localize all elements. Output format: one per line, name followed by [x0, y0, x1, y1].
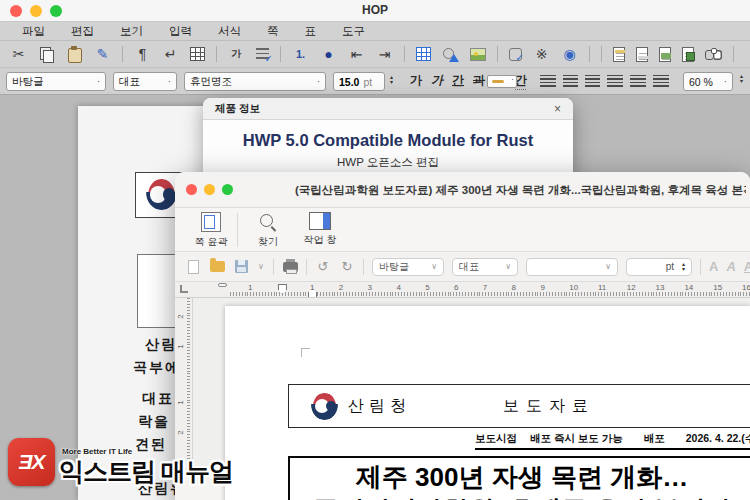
doc-chart-icon[interactable] — [682, 47, 694, 62]
dialog-close-icon[interactable]: × — [554, 102, 561, 116]
menu-item-파일[interactable]: 파일 — [22, 24, 45, 39]
font-size-stepper[interactable]: ▴▾ — [390, 75, 393, 84]
mini-size-field[interactable]: pt ▴▾ — [626, 258, 692, 276]
margin-crop-mark — [301, 348, 310, 357]
strikethrough-button[interactable]: 과 — [473, 72, 485, 90]
format-painter-icon[interactable]: ✎ — [94, 46, 111, 63]
redo-icon[interactable]: ↻ — [339, 259, 355, 275]
zoom-stepper[interactable]: ▴▾ — [740, 74, 743, 84]
menu-item-도구[interactable]: 도구 — [342, 24, 365, 39]
menu-item-편집[interactable]: 편집 — [71, 24, 94, 39]
line-spacing-icon[interactable] — [630, 75, 646, 87]
ruler-number: 9 — [540, 283, 544, 292]
ruler-number: 6 — [454, 283, 458, 292]
separator — [306, 259, 307, 275]
minimize-button[interactable] — [204, 184, 215, 195]
page-outline-button[interactable]: 쪽 윤곽 — [185, 212, 237, 249]
separator — [363, 259, 364, 275]
menu-item-서식[interactable]: 서식 — [218, 24, 241, 39]
font-size-value: 15.0 — [339, 76, 359, 88]
mini-size-stepper[interactable]: ▴▾ — [682, 262, 685, 271]
doc-lines-icon[interactable] — [636, 47, 648, 62]
toolbar-separator — [733, 46, 734, 62]
doc-green-icon[interactable] — [659, 47, 671, 62]
open-folder-icon[interactable] — [209, 259, 225, 275]
task-pane-button[interactable]: 작업 창 — [294, 212, 346, 247]
menu-item-표[interactable]: 표 — [305, 24, 317, 39]
page-outline-button-label: 쪽 윤곽 — [195, 235, 228, 249]
indent-icon[interactable]: ⇥ — [376, 46, 393, 63]
paragraph-mark-icon[interactable]: ¶ — [134, 46, 151, 63]
numbering-icon[interactable]: 1. — [292, 46, 309, 63]
hyperlink-icon[interactable]: ◉ — [561, 46, 578, 63]
font-combo[interactable]: 휴먼명조· — [184, 72, 326, 91]
mini-style-combo[interactable]: 바탕글∨ — [372, 258, 444, 276]
bold-icon[interactable]: A — [709, 259, 718, 274]
italic-icon[interactable]: A — [726, 259, 735, 274]
save-icon[interactable] — [233, 259, 249, 275]
save-caret-icon[interactable]: ∨ — [257, 259, 265, 275]
mini-size-unit: pt — [666, 261, 674, 272]
reference-mark-icon[interactable]: ※ — [533, 46, 550, 63]
document-page[interactable]: 산림청 보도자료 보도시점 배포 즉시 보도 가능 배포 2026. 4. 22… — [225, 306, 750, 500]
shapes-icon[interactable] — [442, 46, 459, 63]
ruler-number: 15 — [713, 283, 722, 292]
ruler-number: 5 — [425, 283, 429, 292]
toolbar-separator — [280, 46, 281, 62]
close-button[interactable] — [186, 184, 197, 195]
headline-box: 제주 300년 자생 목련 개화… 국립산림과학원, 후계목 육성 본격화 — [288, 456, 750, 500]
find-replace-icon[interactable] — [705, 46, 722, 63]
main-titlebar: HOP — [0, 0, 750, 22]
find-button-icon — [258, 212, 278, 232]
cut-icon[interactable]: ✂ — [10, 46, 27, 63]
undo-icon[interactable]: ↺ — [315, 259, 331, 275]
menu-item-보기[interactable]: 보기 — [120, 24, 143, 39]
italic-button[interactable]: 가 — [431, 72, 443, 90]
mini-shape-combo[interactable]: 대표∨ — [452, 258, 518, 276]
new-document-icon[interactable] — [185, 259, 201, 275]
align-left-icon[interactable] — [540, 75, 556, 87]
copy-icon[interactable] — [38, 46, 55, 63]
print-icon[interactable] — [282, 259, 298, 275]
menu-item-쪽[interactable]: 쪽 — [267, 24, 279, 39]
zoom-combo[interactable]: 60 %· — [683, 72, 733, 91]
mini-font-combo[interactable]: ∨ — [526, 258, 618, 276]
zoom-value: 60 % — [689, 76, 713, 88]
grid-icon[interactable] — [190, 47, 205, 61]
distribute-icon[interactable] — [653, 75, 669, 87]
mini-style-value: 바탕글 — [379, 260, 409, 274]
task-pane-button-icon — [309, 212, 331, 230]
outdent-icon[interactable]: ⇤ — [348, 46, 365, 63]
app-title: HOP — [0, 3, 750, 17]
char-map-doc-icon[interactable] — [613, 47, 625, 62]
menu-item-입력[interactable]: 입력 — [169, 24, 192, 39]
ruler-number: 13 — [656, 283, 665, 292]
paste-icon[interactable] — [66, 46, 83, 63]
separator — [700, 259, 701, 275]
style-combo[interactable]: 바탕글· — [6, 72, 106, 91]
image-icon[interactable] — [470, 48, 486, 61]
underline-button[interactable]: 간 — [452, 72, 464, 90]
zoom-button[interactable] — [222, 184, 233, 195]
font-color-picker[interactable] — [487, 75, 517, 88]
align-center-icon[interactable] — [563, 75, 578, 87]
underline-icon[interactable]: A — [744, 259, 750, 274]
shape-combo[interactable]: 대표· — [113, 72, 177, 91]
ruler-number: 16 — [742, 283, 750, 292]
line-break-icon[interactable]: ↵ — [162, 46, 179, 63]
find-button[interactable]: 찾기 — [242, 212, 294, 249]
bullet-icon[interactable]: ● — [320, 46, 337, 63]
ruler-tab-marker[interactable] — [218, 283, 227, 287]
shape-check-icon[interactable] — [509, 48, 522, 61]
bold-button[interactable]: 가 — [410, 72, 422, 90]
align-right-icon[interactable] — [585, 75, 600, 87]
checklist-icon[interactable] — [256, 48, 269, 60]
ruler-number: 4 — [396, 283, 400, 292]
font-size-field[interactable]: 15.0 pt — [333, 72, 385, 91]
char-shape-icon[interactable]: 가 — [228, 46, 245, 63]
align-justify-icon[interactable] — [607, 75, 623, 87]
table-icon[interactable] — [416, 47, 431, 61]
background-text-fragment: 락을 — [138, 413, 170, 431]
overflow-dot[interactable]: · — [745, 46, 750, 63]
separator — [273, 259, 274, 275]
